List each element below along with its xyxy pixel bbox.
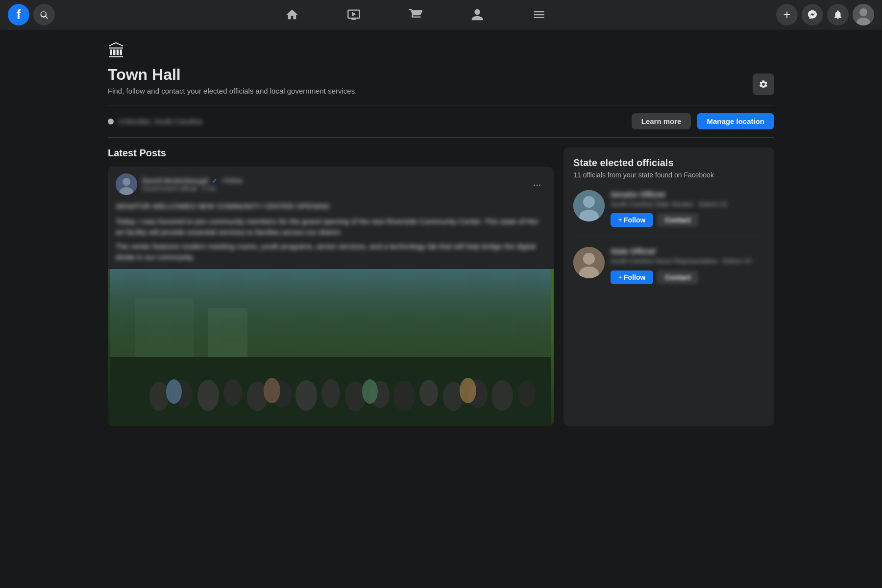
location-text: Columbia, South Carolina	[119, 117, 202, 125]
create-button[interactable]	[776, 4, 798, 25]
post-author-info: David Bedenbaugh ✓ · Follow Government o…	[116, 173, 243, 195]
post-text-headline: SENATOR WELCOMES NEW COMMUNITY CENTER OP…	[116, 201, 546, 212]
svg-point-13	[197, 380, 219, 411]
user-avatar	[853, 4, 874, 25]
location-dot-icon	[108, 119, 114, 124]
official-item-1: Senator Official South Carolina State Se…	[573, 190, 764, 227]
bell-icon	[833, 9, 843, 20]
notifications-button[interactable]	[827, 4, 849, 25]
menu-icon	[532, 8, 546, 22]
official-2-avatar	[573, 247, 605, 278]
post-card: David Bedenbaugh ✓ · Follow Government o…	[108, 167, 554, 426]
official-item-2: State Official South Carolina House Repr…	[573, 247, 764, 284]
official-2-name: State Official	[611, 247, 764, 255]
officials-divider	[573, 237, 764, 237]
search-icon	[39, 10, 49, 20]
svg-point-11	[149, 382, 169, 411]
svg-point-27	[166, 379, 182, 404]
svg-point-14	[223, 379, 242, 406]
post-text-body: Today, I was honored to join community m…	[116, 216, 546, 238]
svg-point-25	[491, 380, 513, 411]
svg-point-21	[393, 381, 415, 411]
post-author-name: David Bedenbaugh ✓ · Follow	[142, 176, 243, 185]
post-more-button[interactable]: ···	[528, 175, 546, 193]
official-1-contact-button[interactable]: Contact	[657, 213, 698, 227]
nav-home-button[interactable]	[263, 2, 321, 27]
post-author-details: David Bedenbaugh ✓ · Follow Government o…	[142, 176, 243, 192]
official-2-follow-button[interactable]: + Follow	[611, 270, 653, 284]
plus-icon-small-2: +	[618, 274, 622, 281]
learn-more-button[interactable]: Learn more	[632, 113, 691, 129]
gear-icon	[759, 79, 768, 89]
official-1-name: Senator Official	[611, 190, 764, 198]
latest-posts-title: Latest Posts	[108, 147, 554, 159]
post-content: SENATOR WELCOMES NEW COMMUNITY CENTER OP…	[108, 199, 554, 269]
official-1-info: Senator Official South Carolina State Se…	[611, 190, 764, 227]
official-2-role: South Carolina House Representative · Di…	[611, 257, 764, 266]
plus-icon-small: +	[618, 217, 622, 223]
location-actions: Learn more Manage location	[632, 113, 774, 129]
top-navigation: f	[0, 0, 882, 29]
post-meta: Government official · 2 hrs	[142, 185, 243, 192]
nav-right	[776, 4, 874, 25]
svg-point-28	[264, 378, 280, 403]
svg-point-1	[859, 8, 867, 16]
post-author-avatar	[116, 173, 137, 195]
officials-subtitle: 11 officials from your state found on Fa…	[573, 171, 764, 180]
svg-point-35	[583, 253, 595, 265]
svg-point-30	[460, 378, 476, 403]
marketplace-icon	[409, 8, 422, 22]
official-1-avatar	[573, 190, 605, 221]
main-grid: Latest Posts David Bedenbaugh ✓ · Follow	[108, 147, 774, 426]
svg-rect-10	[110, 269, 551, 357]
nav-watch-button[interactable]	[325, 2, 383, 27]
settings-button[interactable]	[753, 74, 774, 95]
svg-point-18	[321, 379, 340, 408]
facebook-logo[interactable]: f	[8, 4, 29, 25]
manage-location-button[interactable]: Manage location	[697, 113, 774, 129]
user-avatar-button[interactable]	[853, 4, 874, 25]
official-1-follow-button[interactable]: + Follow	[611, 213, 653, 227]
svg-point-22	[419, 380, 438, 406]
nav-friends-button[interactable]	[448, 2, 506, 27]
nav-left: f	[8, 4, 55, 25]
messenger-button[interactable]	[802, 4, 823, 25]
location-bar: Columbia, South Carolina Learn more Mana…	[108, 105, 774, 138]
nav-center	[263, 2, 568, 27]
post-image-svg	[108, 269, 554, 426]
messenger-icon	[807, 9, 818, 20]
nav-marketplace-button[interactable]	[387, 2, 444, 27]
plus-icon	[782, 9, 792, 20]
svg-point-26	[518, 380, 536, 407]
official-2-info: State Official South Carolina House Repr…	[611, 247, 764, 284]
watch-icon	[347, 8, 361, 22]
state-officials-card: State elected officials 11 officials fro…	[564, 147, 774, 426]
svg-point-4	[122, 178, 130, 186]
svg-point-19	[345, 382, 366, 411]
friends-icon	[470, 8, 484, 22]
townhall-icon: 🏛	[108, 41, 774, 62]
page-title: Town Hall	[108, 66, 774, 84]
officials-title: State elected officials	[573, 157, 764, 169]
official-2-contact-button[interactable]: Contact	[657, 270, 698, 284]
post-header: David Bedenbaugh ✓ · Follow Government o…	[108, 167, 554, 199]
post-text-body2: The center features modern meeting rooms…	[116, 241, 546, 263]
nav-menu-button[interactable]	[510, 2, 568, 27]
location-info: Columbia, South Carolina	[108, 117, 202, 125]
post-image	[108, 269, 554, 426]
official-2-actions: + Follow Contact	[611, 270, 764, 284]
verified-badge: ✓	[212, 177, 218, 185]
home-icon	[285, 8, 299, 22]
svg-point-32	[583, 196, 595, 208]
svg-point-29	[362, 379, 378, 404]
page-subtitle: Find, follow and contact your elected of…	[108, 87, 774, 95]
official-1-actions: + Follow Contact	[611, 213, 764, 227]
page-header: 🏛 Town Hall Find, follow and contact you…	[108, 41, 774, 105]
latest-posts-section: Latest Posts David Bedenbaugh ✓ · Follow	[108, 147, 554, 426]
search-button[interactable]	[33, 4, 55, 25]
official-1-role: South Carolina State Senator · District …	[611, 200, 764, 209]
svg-point-17	[295, 380, 317, 411]
page-container: 🏛 Town Hall Find, follow and contact you…	[98, 29, 784, 426]
